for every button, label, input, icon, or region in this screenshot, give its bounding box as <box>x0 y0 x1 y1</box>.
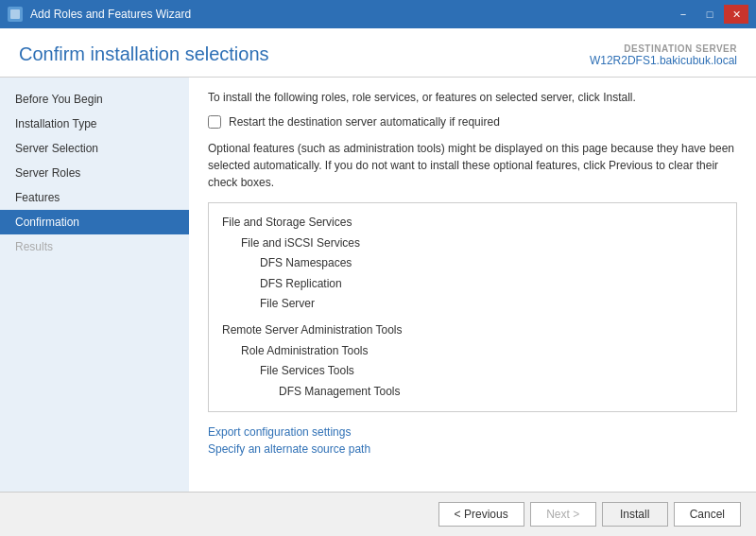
intro-text: To install the following roles, role ser… <box>208 91 737 104</box>
destination-label: DESTINATION SERVER <box>590 43 737 54</box>
sidebar-item-features[interactable]: Features <box>0 185 189 210</box>
main-panel: To install the following roles, role ser… <box>189 78 756 492</box>
feature-item: File and iSCSI Services <box>222 233 723 254</box>
restart-checkbox[interactable] <box>208 115 221 129</box>
feature-item: File Server <box>222 294 723 315</box>
server-name: W12R2DFS1.bakicubuk.local <box>590 54 737 67</box>
feature-item: File Services Tools <box>222 361 723 382</box>
wizard-body: Confirm installation selections DESTINAT… <box>0 28 756 536</box>
restart-checkbox-row: Restart the destination server automatic… <box>208 115 737 129</box>
destination-server-info: DESTINATION SERVER W12R2DFS1.bakicubuk.l… <box>590 43 737 67</box>
sidebar-item-confirmation[interactable]: Confirmation <box>0 210 189 234</box>
links-area: Export configuration settings Specify an… <box>208 425 737 456</box>
export-config-link[interactable]: Export configuration settings <box>208 425 737 439</box>
restart-label[interactable]: Restart the destination server automatic… <box>229 115 500 129</box>
feature-item: Role Administration Tools <box>222 341 723 362</box>
restore-button[interactable]: □ <box>697 5 722 24</box>
features-box: File and Storage Services File and iSCSI… <box>208 202 737 412</box>
sidebar-item-server-selection[interactable]: Server Selection <box>0 136 189 161</box>
feature-item: Remote Server Administration Tools <box>222 320 723 341</box>
feature-item: DFS Management Tools <box>222 382 723 403</box>
previous-button[interactable]: < Previous <box>438 502 524 527</box>
features-list: File and Storage Services File and iSCSI… <box>222 213 723 402</box>
sidebar-item-results: Results <box>0 234 189 259</box>
sidebar: Before You Begin Installation Type Serve… <box>0 78 189 492</box>
sidebar-item-before-you-begin[interactable]: Before You Begin <box>0 87 189 112</box>
title-bar-left: Add Roles and Features Wizard <box>8 7 191 22</box>
minimize-button[interactable]: − <box>671 5 696 24</box>
optional-text: Optional features (such as administratio… <box>208 140 737 191</box>
next-button[interactable]: Next > <box>530 502 596 527</box>
wizard-icon <box>8 7 23 22</box>
sidebar-item-server-roles[interactable]: Server Roles <box>0 161 189 185</box>
close-button[interactable]: ✕ <box>724 5 748 24</box>
window-title: Add Roles and Features Wizard <box>30 8 191 21</box>
feature-item: DFS Namespaces <box>222 253 723 274</box>
install-button[interactable]: Install <box>602 502 668 527</box>
feature-item: DFS Replication <box>222 274 723 295</box>
cancel-button[interactable]: Cancel <box>674 502 741 527</box>
window-controls: − □ ✕ <box>671 5 748 24</box>
feature-item: File and Storage Services <box>222 213 723 233</box>
title-bar: Add Roles and Features Wizard − □ ✕ <box>0 0 756 28</box>
alternate-source-link[interactable]: Specify an alternate source path <box>208 442 737 456</box>
sidebar-item-installation-type[interactable]: Installation Type <box>0 112 189 136</box>
content-area: Before You Begin Installation Type Serve… <box>0 78 756 492</box>
svg-rect-0 <box>10 9 20 19</box>
header-area: Confirm installation selections DESTINAT… <box>0 28 756 78</box>
footer: < Previous Next > Install Cancel <box>0 492 756 536</box>
page-title: Confirm installation selections <box>19 43 269 65</box>
